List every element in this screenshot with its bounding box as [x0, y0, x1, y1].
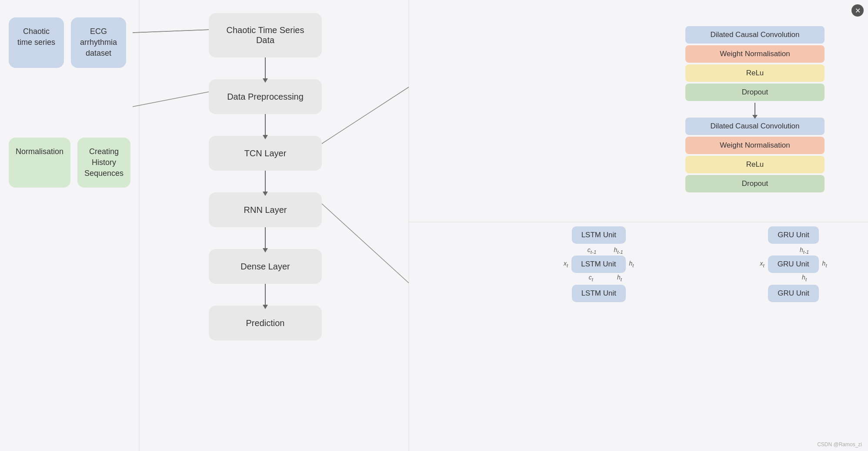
ecg-dataset-box: ECG arrhythmia dataset: [71, 17, 126, 68]
dropout-1: Dropout: [685, 84, 825, 101]
c-t-minus1-label: ct-1: [588, 246, 597, 255]
tcn-layer-box: TCN Layer: [209, 136, 322, 171]
tcn-layer-label: TCN Layer: [244, 148, 287, 158]
watermark: CSDN @Ramos_zi: [817, 441, 862, 448]
relu-1: ReLu: [685, 64, 825, 82]
prediction-label: Prediction: [246, 318, 285, 328]
arrow-3: [265, 171, 266, 192]
tcn-detail-panel: Dilated Causal Convolution Weight Normal…: [685, 26, 825, 194]
main-flow: Chaotic Time Series Data Data Preprocess…: [191, 0, 339, 451]
lstm-group: LSTM Unit ct-1 ht-1 xt LSTM Unit ht ct h…: [564, 226, 634, 302]
weight-norm-2: Weight Normalisation: [685, 137, 825, 154]
arrow-4: [265, 227, 266, 249]
creating-history-label: Creating History Sequences: [84, 147, 124, 178]
gru-group: GRU Unit ht-1 xt GRU Unit ht ht GRU Unit: [760, 226, 827, 302]
normalisation-box: Normalisation: [9, 138, 70, 188]
data-preprocessing-box: Data Preprocessing: [209, 79, 322, 114]
bottom-source-row: Normalisation Creating History Sequences: [9, 138, 126, 188]
left-panel: Chaotic time series ECG arrhythmia datas…: [0, 0, 135, 451]
h-t-label-gru: ht: [802, 274, 807, 282]
weight-norm-1: Weight Normalisation: [685, 45, 825, 63]
arrow-2: [265, 114, 266, 136]
prediction-box: Prediction: [209, 306, 322, 340]
x-t-label-lstm: xt: [564, 260, 568, 268]
close-button[interactable]: ✕: [851, 4, 864, 17]
h-t-minus1-label-lstm: ht-1: [614, 246, 623, 255]
gru-unit-top: GRU Unit: [768, 226, 819, 244]
h-t-label-lstm: ht: [617, 274, 622, 282]
gru-unit-bottom: GRU Unit: [768, 285, 819, 302]
dilated-conv-2: Dilated Causal Convolution: [685, 118, 825, 135]
normalisation-label: Normalisation: [16, 147, 63, 156]
chaotic-data-label: Chaotic Time Series Data: [226, 25, 304, 45]
chaotic-time-series-box: Chaotic time series: [9, 17, 64, 68]
arrow-1: [265, 57, 266, 79]
dense-layer-label: Dense Layer: [240, 262, 290, 272]
x-t-label-gru: xt: [760, 260, 765, 268]
lstm-unit-mid: LSTM Unit: [571, 256, 625, 273]
dense-layer-box: Dense Layer: [209, 249, 322, 284]
chaotic-time-series-label: Chaotic time series: [17, 27, 55, 47]
rnn-layer-box: RNN Layer: [209, 192, 322, 227]
data-preprocessing-label: Data Preprocessing: [227, 92, 304, 102]
c-t-label: ct: [589, 274, 593, 282]
h-t-out-label-lstm: ht: [629, 260, 634, 268]
rnn-detail-panel: LSTM Unit ct-1 ht-1 xt LSTM Unit ht ct h…: [551, 226, 855, 302]
creating-history-box: Creating History Sequences: [77, 138, 130, 188]
lstm-unit-bottom: LSTM Unit: [572, 285, 626, 302]
h-t-out-label-gru: ht: [822, 260, 827, 268]
lstm-unit-top: LSTM Unit: [572, 226, 626, 244]
top-source-row: Chaotic time series ECG arrhythmia datas…: [9, 17, 126, 68]
rnn-layer-label: RNN Layer: [244, 205, 287, 215]
dilated-conv-1: Dilated Causal Convolution: [685, 26, 825, 44]
ecg-dataset-label: ECG arrhythmia dataset: [80, 27, 117, 57]
chaotic-data-box: Chaotic Time Series Data: [209, 13, 322, 57]
dropout-2: Dropout: [685, 175, 825, 192]
relu-2: ReLu: [685, 156, 825, 173]
h-t-minus1-label-gru: ht-1: [800, 246, 809, 255]
arrow-5: [265, 284, 266, 306]
tcn-internal-arrow: [754, 103, 755, 116]
gru-unit-mid: GRU Unit: [768, 256, 819, 273]
